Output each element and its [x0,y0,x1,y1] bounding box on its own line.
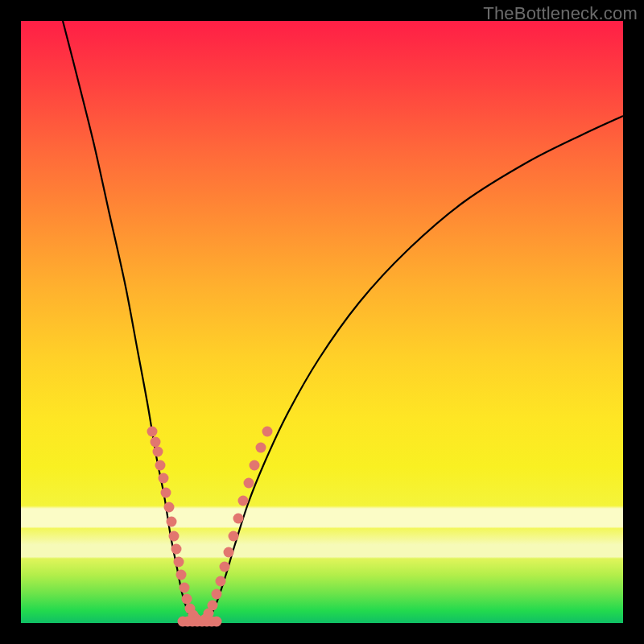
data-point [233,514,244,524]
data-point [176,570,187,580]
data-point [182,594,192,605]
chart-svg [21,21,623,623]
data-point [174,557,184,568]
data-point [212,617,222,627]
data-point [155,460,166,471]
data-point [171,544,182,555]
scatter-dots [147,427,273,627]
chart-frame: TheBottleneck.com [0,0,644,644]
data-point [151,437,161,448]
data-point [161,488,171,498]
data-point [159,473,169,484]
data-point [238,496,249,506]
data-point [250,460,260,471]
data-point [220,562,230,572]
watermark-text: TheBottleneck.com [483,3,638,24]
data-point [216,576,226,587]
data-point [167,517,177,527]
data-point [169,531,180,542]
data-point [147,427,158,437]
data-point [224,547,234,558]
data-point [244,478,254,489]
data-point [208,601,218,611]
data-point [262,427,273,437]
plot-area [21,21,623,623]
data-point [164,502,175,513]
data-point [256,443,266,453]
data-point [180,583,190,593]
data-point [153,447,163,457]
data-point [212,589,222,600]
curve-right [204,116,623,622]
data-point [229,531,239,542]
